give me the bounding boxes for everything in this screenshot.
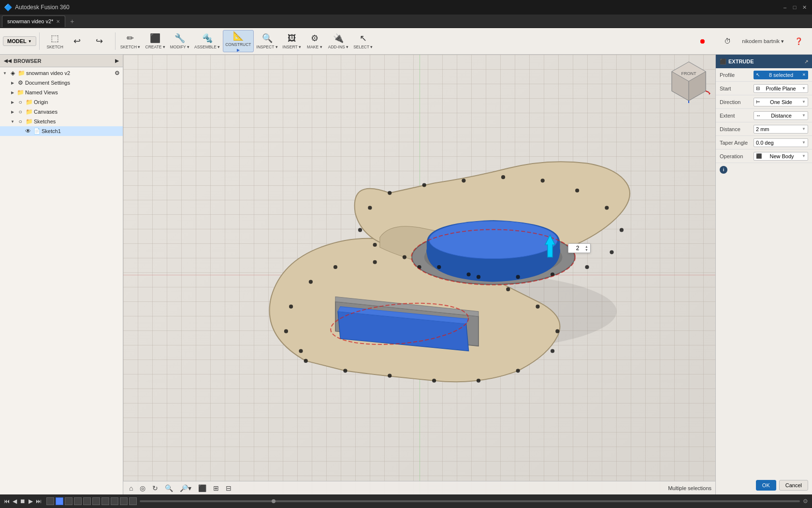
browser-label: BROWSER — [14, 58, 41, 64]
close-button[interactable]: ✕ — [800, 3, 808, 11]
orbit-button[interactable]: ↻ — [150, 483, 160, 493]
svg-point-24 — [422, 183, 426, 187]
insert-button[interactable]: 🖼 INSERT ▾ — [281, 30, 303, 52]
maximize-button[interactable]: □ — [791, 3, 798, 11]
finish-sketch-button[interactable]: ⬚ SKETCH — [44, 30, 66, 52]
extrude-extent-field: Extent ↔ Distance ▼ — [716, 109, 812, 122]
make-button[interactable]: ⚙ MAKE ▾ — [304, 30, 325, 52]
panel-actions: OK Cancel — [716, 476, 812, 494]
tree-root[interactable]: ▼ ◈ 📁 snowman video v2 ⚙ — [0, 68, 123, 78]
operation-value[interactable]: ⬛ New Body ▼ — [754, 152, 808, 161]
minimize-button[interactable]: – — [781, 3, 789, 11]
taper-value[interactable]: 0.0 deg ▼ — [754, 138, 808, 147]
playback-beginning-button[interactable]: ⏮ — [4, 498, 10, 505]
distance-value[interactable]: 2 mm ▼ — [754, 125, 808, 134]
zoom-dropdown-icon[interactable]: 🔎▾ — [178, 483, 193, 493]
timeline-track[interactable] — [140, 500, 800, 502]
cancel-button[interactable]: Cancel — [779, 480, 808, 491]
select-icon: ↖ — [360, 33, 367, 44]
direction-value[interactable]: ⊢ One Side ▼ — [754, 98, 808, 106]
profile-clear-icon[interactable]: ✕ — [802, 73, 806, 77]
timer-button[interactable]: ⏱ — [717, 30, 738, 52]
keyframe-tool3-button[interactable] — [74, 497, 82, 505]
stepper-up-icon[interactable]: ▲ — [585, 245, 588, 248]
keyframe-tool-button[interactable] — [46, 497, 54, 505]
modify-button[interactable]: 🔧 MODIFY ▾ — [168, 30, 191, 52]
panel-expand-button[interactable]: ↗ — [804, 59, 808, 64]
sketch-tool-button[interactable]: ✏ SKETCH ▾ — [118, 30, 143, 52]
model-button[interactable]: MODEL ▼ — [3, 36, 36, 46]
assemble-button[interactable]: 🔩 ASSEMBLE ▾ — [192, 30, 222, 52]
active-tab[interactable]: snowman video v2* ✕ — [2, 15, 65, 27]
svg-point-21 — [284, 329, 288, 333]
stepper-down-icon[interactable]: ▼ — [585, 248, 588, 252]
help-icon: ❓ — [795, 37, 803, 45]
distance-stepper[interactable]: ▲ ▼ — [585, 245, 588, 252]
svg-point-12 — [555, 329, 559, 333]
playback-end-button[interactable]: ⏭ — [36, 498, 42, 505]
look-at-button[interactable]: ◎ — [138, 483, 147, 493]
view-cube[interactable]: FRONT — [667, 60, 710, 103]
tree-named-views[interactable]: ▶ 📁 Named Views — [0, 88, 123, 97]
toolbar-divider-2 — [115, 32, 116, 50]
tree-document-settings[interactable]: ▶ ⚙ Document Settings — [0, 78, 123, 88]
tab-close-button[interactable]: ✕ — [56, 19, 60, 24]
tree-origin-folder-icon: 📁 — [25, 98, 33, 106]
keyframe-tool6-button[interactable] — [102, 497, 109, 505]
timeline-settings-icon[interactable]: ⚙ — [803, 498, 808, 505]
select-button[interactable]: ↖ SELECT ▾ — [351, 30, 375, 52]
operation-icon: ⬛ — [756, 153, 762, 159]
tree-canvas-circle-icon: ○ — [16, 108, 24, 116]
assemble-icon: 🔩 — [202, 33, 213, 44]
construct-button[interactable]: 📐 CONSTRUCT ▶ — [223, 30, 253, 52]
create-button[interactable]: ⬛ CREATE ▾ — [144, 30, 167, 52]
zoom-button[interactable]: 🔍 — [163, 483, 175, 493]
view-options-button[interactable]: ⊟ — [224, 483, 233, 493]
sidebar: ◀◀ BROWSER ▶ ▼ ◈ 📁 snowman video v2 ⚙ ▶ … — [0, 55, 123, 494]
start-value[interactable]: ⊟ Profile Plane ▼ — [754, 84, 808, 93]
timeline-thumb[interactable] — [272, 499, 276, 503]
help-button[interactable]: ❓ — [788, 30, 809, 52]
keyframe-tool8-button[interactable] — [120, 497, 128, 505]
distance-input-field[interactable]: 2 — [570, 245, 585, 252]
tree-sketch1[interactable]: 👁 📄 Sketch1 — [0, 126, 123, 136]
distance-dropdown-arrow: ▼ — [802, 127, 806, 131]
tree-canvases[interactable]: ▶ ○ 📁 Canvases — [0, 107, 123, 117]
keyframe-tool5-button[interactable] — [92, 497, 100, 505]
distance-label: Distance — [720, 126, 754, 132]
grid-button[interactable]: ⊞ — [211, 483, 221, 493]
display-mode-button[interactable]: ⬛ — [196, 483, 208, 493]
sketch-section: ⬚ SKETCH ↩ ↪ — [43, 30, 112, 52]
svg-point-29 — [605, 206, 609, 209]
keyframe-tool2-button[interactable] — [65, 497, 72, 505]
sidebar-collapse-left[interactable]: ◀◀ — [4, 58, 12, 63]
inspect-icon: 🔍 — [262, 33, 273, 44]
playback-back-button[interactable]: ◀ — [13, 498, 17, 505]
tree-origin[interactable]: ▶ ○ 📁 Origin — [0, 97, 123, 107]
sketch-label: SKETCH — [46, 45, 63, 49]
record-button[interactable]: ⏺ — [692, 30, 713, 52]
inspect-button[interactable]: 🔍 INSPECT ▾ — [255, 30, 280, 52]
home-view-button[interactable]: ⌂ — [127, 483, 135, 493]
keyframe-tool4-button[interactable] — [83, 497, 91, 505]
viewport[interactable]: 2 ▲ ▼ FRONT — [123, 55, 715, 494]
svg-point-30 — [620, 228, 624, 232]
svg-point-35 — [477, 275, 480, 279]
keyframe-tool9-button[interactable] — [129, 497, 137, 505]
panel-info: i — [716, 163, 812, 177]
new-tab-button[interactable]: + — [67, 16, 77, 26]
playback-stop-button[interactable]: ⏹ — [20, 498, 26, 505]
extent-value[interactable]: ↔ Distance ▼ — [754, 111, 808, 120]
redo-button[interactable]: ↪ — [89, 30, 110, 52]
playback-play-button[interactable]: ▶ — [29, 498, 33, 505]
sidebar-collapse-right[interactable]: ▶ — [115, 58, 119, 63]
keyframe-active-button[interactable] — [56, 497, 63, 505]
svg-point-40 — [368, 206, 372, 209]
ok-button[interactable]: OK — [756, 480, 776, 491]
addins-button[interactable]: 🔌 ADD-INS ▾ — [326, 30, 350, 52]
profile-value[interactable]: ↖ 8 selected ✕ — [754, 71, 808, 79]
keyframe-tool7-button[interactable] — [111, 497, 118, 505]
tree-sketches[interactable]: ▼ ○ 📁 Sketches — [0, 117, 123, 126]
undo-button[interactable]: ↩ — [67, 30, 88, 52]
distance-input-overlay[interactable]: 2 ▲ ▼ — [568, 243, 591, 253]
